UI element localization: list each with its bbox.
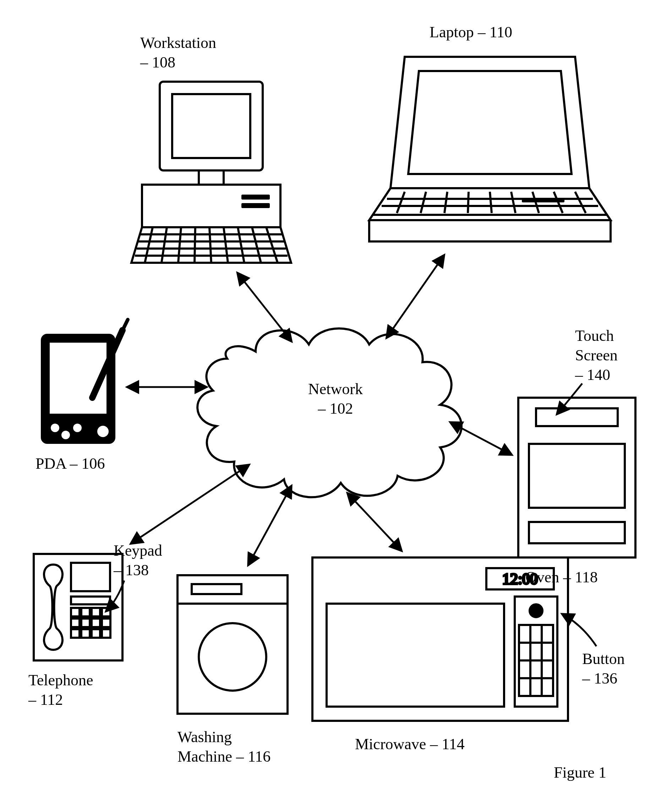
svg-line-10 [145, 227, 153, 263]
svg-rect-53 [91, 608, 100, 616]
touchscreen-label: Touch Screen – 140 [575, 327, 618, 384]
svg-rect-52 [81, 608, 90, 616]
svg-point-38 [97, 426, 109, 437]
svg-point-36 [61, 431, 70, 439]
svg-rect-50 [71, 597, 110, 604]
svg-text:Laptop – 110: Laptop – 110 [430, 24, 512, 41]
svg-rect-65 [178, 575, 288, 714]
pda-icon [41, 320, 128, 444]
washing-machine-label: Washing Machine – 116 [178, 728, 270, 765]
svg-line-29 [511, 192, 515, 213]
svg-line-87 [451, 422, 511, 454]
microwave-icon: 12:00 [312, 557, 568, 721]
svg-text:Telephone: Telephone [29, 672, 93, 689]
svg-rect-67 [192, 584, 242, 594]
svg-line-89 [248, 486, 291, 565]
svg-rect-59 [71, 629, 80, 638]
svg-rect-4 [242, 195, 270, 200]
svg-line-85 [387, 256, 444, 337]
svg-rect-51 [71, 608, 80, 616]
svg-rect-43 [536, 408, 618, 426]
microwave-label: Microwave – 114 [355, 735, 465, 753]
svg-line-84 [238, 274, 291, 341]
svg-text:Keypad: Keypad [114, 542, 162, 559]
svg-rect-45 [529, 522, 625, 543]
network-ref: – 102 [318, 400, 353, 417]
svg-line-16 [238, 227, 244, 263]
svg-text:– 140: – 140 [575, 366, 610, 384]
svg-rect-5 [242, 203, 270, 208]
svg-text:Screen: Screen [575, 347, 618, 364]
svg-point-37 [73, 424, 82, 432]
svg-line-12 [178, 227, 181, 263]
svg-line-26 [445, 192, 447, 213]
svg-rect-58 [102, 619, 110, 627]
button-label: Button – 136 [582, 650, 625, 687]
workstation-label: Workstation – 108 [140, 34, 216, 71]
svg-point-35 [51, 424, 59, 432]
svg-text:– 136: – 136 [582, 670, 617, 687]
svg-line-28 [490, 192, 492, 213]
svg-text:Button: Button [582, 650, 625, 667]
svg-text:– 108: – 108 [140, 54, 175, 71]
pda-label: PDA – 106 [35, 455, 105, 472]
svg-rect-60 [81, 629, 90, 638]
svg-line-27 [468, 192, 469, 213]
svg-line-13 [195, 227, 195, 263]
laptop-label: Laptop – 110 [430, 24, 512, 41]
svg-rect-3 [172, 94, 250, 158]
svg-line-18 [266, 227, 278, 263]
svg-point-75 [530, 604, 542, 617]
svg-rect-55 [71, 619, 80, 627]
svg-text:Washing: Washing [178, 728, 232, 746]
svg-line-88 [131, 465, 248, 543]
microwave-clock: 12:00 [502, 570, 538, 588]
svg-line-90 [348, 494, 401, 550]
svg-rect-61 [91, 629, 100, 638]
network-title: Network [308, 380, 363, 398]
svg-line-11 [162, 227, 167, 263]
laptop-icon [369, 57, 611, 242]
washing-machine-icon [178, 575, 288, 714]
svg-line-32 [575, 192, 586, 213]
svg-rect-44 [529, 444, 625, 508]
svg-line-24 [397, 192, 405, 213]
workstation-icon [131, 82, 291, 263]
svg-line-17 [252, 227, 261, 263]
svg-rect-57 [91, 619, 100, 627]
figure-label: Figure 1 [554, 764, 606, 781]
svg-line-14 [210, 227, 211, 263]
svg-text:Workstation: Workstation [140, 34, 216, 51]
keypad-label: Keypad – 138 [113, 542, 162, 579]
svg-text:– 112: – 112 [28, 691, 63, 709]
svg-rect-72 [326, 604, 504, 707]
telephone-icon [34, 554, 122, 661]
figure-1: Network – 102 Workstation – 108 [0, 0, 672, 800]
svg-rect-56 [81, 619, 90, 627]
svg-rect-62 [102, 629, 110, 638]
svg-text:– 138: – 138 [113, 562, 149, 579]
oven-icon [518, 398, 635, 557]
svg-text:Machine – 116: Machine – 116 [178, 748, 270, 765]
telephone-label: Telephone – 112 [28, 672, 93, 709]
svg-point-68 [199, 623, 266, 691]
svg-text:Touch: Touch [575, 327, 614, 344]
svg-line-25 [421, 192, 426, 213]
svg-line-15 [224, 227, 228, 263]
svg-rect-49 [71, 563, 110, 591]
